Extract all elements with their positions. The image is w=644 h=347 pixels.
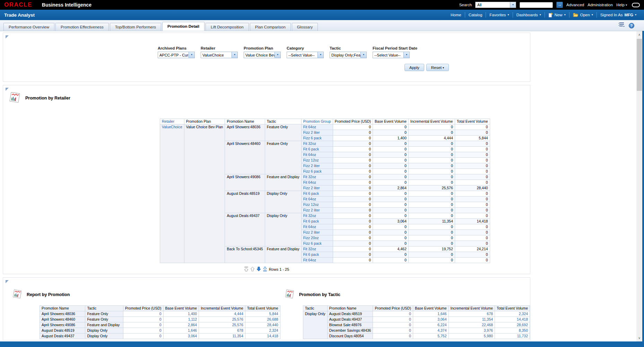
promotion-group-link[interactable]: Fit 6 pack xyxy=(301,252,333,258)
value-link[interactable]: 678 xyxy=(199,328,245,333)
value-link[interactable]: 2,324 xyxy=(495,311,530,317)
value-link[interactable]: 5,844 xyxy=(245,311,280,317)
value-link[interactable]: 8,350 xyxy=(495,328,530,333)
promotion-group-link[interactable]: Fit 32oz xyxy=(301,213,333,219)
value-link[interactable]: 0 xyxy=(123,322,163,328)
promotion-group-link[interactable]: Fit 32oz xyxy=(301,174,333,180)
help-menu[interactable]: Help ▾ xyxy=(616,3,627,7)
value-link[interactable]: 11,354 xyxy=(199,333,245,339)
value-link[interactable]: 6,224 xyxy=(413,322,449,328)
value-link[interactable]: 22,468 xyxy=(449,322,495,328)
search-go-button[interactable]: → xyxy=(556,2,563,8)
collapse-section-icon[interactable] xyxy=(6,35,9,38)
value-link[interactable]: 0 xyxy=(123,328,163,333)
promotion-group-link[interactable]: Fit 64oz xyxy=(301,258,333,263)
promotion-group-link[interactable]: Fit 64oz xyxy=(301,224,333,230)
value-link[interactable]: 28,440 xyxy=(245,322,280,328)
promotion-group-link[interactable]: Fizz 2 liter xyxy=(301,185,333,191)
value-link[interactable]: 0 xyxy=(373,333,413,339)
tab-performance-overview[interactable]: Performance Overview xyxy=(3,23,54,31)
promotion-group-link[interactable]: Fizz 2 liter xyxy=(301,208,333,213)
promotion-group-link[interactable]: Fit 6 pack xyxy=(301,147,333,152)
promotion-group-link[interactable]: Fizz 12oz xyxy=(301,202,333,208)
retailer-cell[interactable]: ValueChoice xyxy=(160,124,184,263)
filter-select-promotion-plan[interactable]: Value Choice Bev▾ xyxy=(244,52,281,58)
value-link[interactable]: 0 xyxy=(373,311,413,317)
advanced-link[interactable]: Advanced xyxy=(566,3,584,7)
value-link[interactable]: 4,444 xyxy=(199,311,245,317)
promotion-group-link[interactable]: Fizz 6 pack xyxy=(301,169,333,174)
value-link[interactable]: 0 xyxy=(123,311,163,317)
previous-page-icon[interactable] xyxy=(250,267,255,272)
value-link[interactable]: 678 xyxy=(449,311,495,317)
promotion-group-link[interactable]: Fizz 6 pack xyxy=(301,241,333,246)
last-page-icon[interactable] xyxy=(263,267,267,272)
value-link[interactable]: 1,646 xyxy=(413,311,449,317)
search-input[interactable] xyxy=(520,2,553,8)
first-page-icon[interactable] xyxy=(244,267,249,272)
value-link[interactable]: 0 xyxy=(373,317,413,322)
scroll-down-icon[interactable]: ∨ xyxy=(636,335,642,341)
value-link[interactable]: 2,324 xyxy=(245,328,280,333)
nav-item-home[interactable]: Home xyxy=(447,13,465,17)
value-link[interactable]: 0 xyxy=(123,317,163,322)
value-link[interactable]: 14,418 xyxy=(245,333,280,339)
value-link[interactable]: 4,374 xyxy=(413,328,449,333)
scrollbar-thumb[interactable] xyxy=(637,39,642,91)
tab-promotion-detail[interactable]: Promotion Detail xyxy=(162,22,204,31)
filter-select-fiscal-period-start-date[interactable]: --Select Value--▾ xyxy=(373,52,410,58)
nav-item-dashboards[interactable]: Dashboards▾ xyxy=(513,13,545,17)
filter-select-archived-plans[interactable]: APCC-PTP - Curr▾ xyxy=(158,52,195,58)
value-link[interactable]: 11,354 xyxy=(449,317,495,322)
column-header-retailer[interactable]: Retailer xyxy=(160,119,184,124)
collapse-section-icon[interactable] xyxy=(6,88,9,91)
nav-item-open[interactable]: Open▾ xyxy=(569,13,597,17)
promotion-group-link[interactable]: Fizz 12oz xyxy=(301,158,333,163)
promotion-group-link[interactable]: Fizz 6 pack xyxy=(301,136,333,141)
value-link[interactable]: 1,112 xyxy=(163,317,199,322)
value-link[interactable]: 1,400 xyxy=(163,311,199,317)
value-link[interactable]: 11,732 xyxy=(495,333,530,339)
value-link[interactable]: 25,576 xyxy=(199,317,245,322)
column-header-promotion-group[interactable]: Promotion Group xyxy=(301,119,333,124)
value-link[interactable]: 0 xyxy=(373,322,413,328)
apply-button[interactable]: Apply xyxy=(404,64,424,71)
tab-plan-comparison[interactable]: Plan Comparison xyxy=(250,23,291,31)
value-link[interactable]: 14,418 xyxy=(495,317,530,322)
promotion-group-link[interactable]: Fit 6 pack xyxy=(301,219,333,224)
promotion-group-link[interactable]: Fit 6 pack xyxy=(301,191,333,197)
tab-top-bottom-performers[interactable]: Top/Bottom Performers xyxy=(110,23,161,31)
promotion-group-link[interactable]: Fit 64oz xyxy=(301,197,333,202)
filter-select-retailer[interactable]: ValueChoice▾ xyxy=(201,52,238,58)
promotion-group-link[interactable]: Fit 64oz xyxy=(301,180,333,185)
search-scope-select[interactable]: All ▾ xyxy=(475,2,516,8)
value-link[interactable]: 3,064 xyxy=(413,317,449,322)
tab-glossary[interactable]: Glossary xyxy=(292,23,318,31)
next-page-icon[interactable] xyxy=(256,267,261,272)
help-icon[interactable]: ? xyxy=(629,23,634,28)
tab-lift-decomposition[interactable]: Lift Decomposition xyxy=(206,23,249,31)
nav-item-signed-in-as[interactable]: Signed In AsMFG▾ xyxy=(597,13,640,17)
nav-item-catalog[interactable]: Catalog xyxy=(465,13,486,17)
filter-select-tactic[interactable]: Display Only;Fea▾ xyxy=(330,52,367,58)
promotion-group-link[interactable]: Fizz 2 liter xyxy=(301,163,333,169)
filter-select-category[interactable]: --Select Value--▾ xyxy=(287,52,324,58)
value-link[interactable]: 0 xyxy=(123,333,163,339)
value-link[interactable]: 3,976 xyxy=(449,328,495,333)
promotion-group-link[interactable]: Fit 32oz xyxy=(301,141,333,147)
scroll-up-icon[interactable]: ∧ xyxy=(636,32,642,37)
vertical-scrollbar[interactable]: ∧ ∨ xyxy=(636,31,642,341)
promotion-group-link[interactable]: Fizz 2 liter xyxy=(301,230,333,235)
value-link[interactable]: 26,688 xyxy=(245,317,280,322)
reset-button[interactable]: Reset ▾ xyxy=(426,64,449,71)
administration-link[interactable]: Administration xyxy=(588,3,613,7)
nav-item-new[interactable]: New▾ xyxy=(545,12,569,18)
value-link[interactable]: 0 xyxy=(373,328,413,333)
value-link[interactable]: 3,064 xyxy=(163,333,199,339)
promotion-group-link[interactable]: Fizz 2 liter xyxy=(301,130,333,136)
nav-item-favorites[interactable]: Favorites▾ xyxy=(486,13,512,17)
promotion-group-link[interactable]: Fit 64oz xyxy=(301,124,333,130)
value-link[interactable]: 2,864 xyxy=(163,322,199,328)
value-link[interactable]: 25,576 xyxy=(199,322,245,328)
value-link[interactable]: 1,646 xyxy=(163,328,199,333)
